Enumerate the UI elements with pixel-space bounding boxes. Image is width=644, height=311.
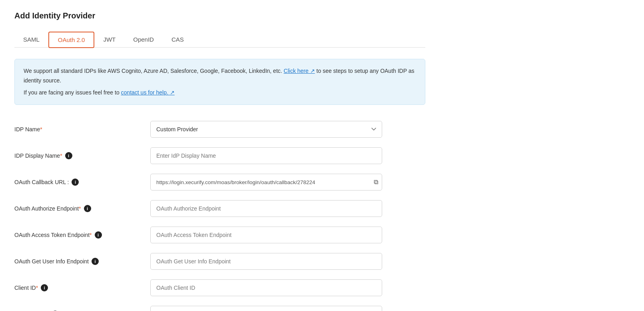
oauth-callback-url-label: OAuth Callback URL : (14, 179, 69, 185)
client-id-info-icon[interactable]: i (41, 284, 48, 291)
oauth-access-token-endpoint-info-icon[interactable]: i (95, 231, 102, 239)
contact-us-link[interactable]: contact us for help. ↗ (121, 89, 175, 96)
copy-icon[interactable]: ⧉ (374, 179, 378, 186)
form-row-client-id: Client ID* i (14, 275, 425, 301)
tab-cas[interactable]: CAS (163, 32, 193, 47)
form-row-idp-display-name: IDP Display Name* i (14, 142, 425, 169)
form-row-oauth-authorize-endpoint: OAuth Authorize Endpoint* i (14, 195, 425, 222)
idp-display-name-input[interactable] (150, 147, 382, 164)
oauth-authorize-endpoint-input[interactable] (150, 200, 382, 217)
idp-display-name-label: IDP Display Name* (14, 152, 62, 159)
page-container: Add Identity Provider SAML OAuth 2.0 JWT… (0, 0, 440, 311)
oauth-access-token-endpoint-input[interactable] (150, 227, 382, 243)
oauth-authorize-endpoint-label: OAuth Authorize Endpoint* (14, 205, 81, 212)
client-secret-input[interactable] (150, 306, 382, 311)
click-here-link[interactable]: Click here ↗ (284, 68, 315, 74)
tab-openid[interactable]: OpenID (124, 32, 163, 47)
tab-saml[interactable]: SAML (14, 32, 48, 47)
oauth-get-user-info-endpoint-label: OAuth Get User Info Endpoint (14, 258, 89, 265)
info-banner: We support all standard IDPs like AWS Co… (14, 59, 425, 105)
tab-oauth2[interactable]: OAuth 2.0 (48, 32, 95, 48)
oauth-get-user-info-endpoint-input[interactable] (150, 253, 382, 270)
form-row-oauth-callback-url: OAuth Callback URL : i ⧉ (14, 169, 425, 195)
form-row-oauth-get-user-info-endpoint: OAuth Get User Info Endpoint i (14, 248, 425, 275)
form-row-idp-name: IDP Name* Custom Provider AWS Cognito Az… (14, 116, 425, 142)
idp-name-label: IDP Name* (14, 126, 42, 132)
info-banner-line2: If you are facing any issues feel free t… (24, 88, 416, 98)
idp-display-name-info-icon[interactable]: i (65, 152, 72, 159)
idp-name-select[interactable]: Custom Provider AWS Cognito Azure AD Sal… (150, 121, 382, 138)
client-id-input[interactable] (150, 279, 382, 296)
tab-jwt[interactable]: JWT (94, 32, 124, 47)
info-banner-line1: We support all standard IDPs like AWS Co… (24, 66, 416, 86)
oauth-get-user-info-endpoint-info-icon[interactable]: i (92, 258, 99, 265)
oauth-callback-url-info-icon[interactable]: i (72, 179, 79, 186)
tabs-container: SAML OAuth 2.0 JWT OpenID CAS (14, 32, 425, 48)
oauth-access-token-endpoint-label: OAuth Access Token Endpoint* (14, 232, 92, 238)
form-section: IDP Name* Custom Provider AWS Cognito Az… (14, 116, 425, 311)
form-row-client-secret: Client Secret* i (14, 301, 425, 311)
page-title: Add Identity Provider (14, 11, 425, 20)
client-id-label: Client ID* (14, 285, 38, 291)
oauth-authorize-endpoint-info-icon[interactable]: i (84, 205, 91, 212)
form-row-oauth-access-token-endpoint: OAuth Access Token Endpoint* i (14, 222, 425, 248)
oauth-callback-url-input[interactable] (150, 174, 382, 191)
